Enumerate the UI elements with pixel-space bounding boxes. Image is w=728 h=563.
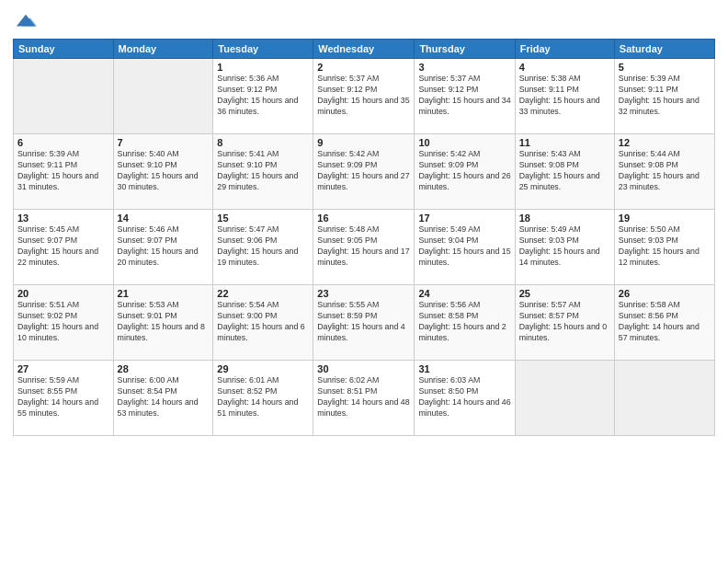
- day-number: 16: [317, 213, 410, 224]
- day-detail: Sunrise: 5:39 AMSunset: 9:11 PMDaylight:…: [619, 74, 711, 118]
- weekday-header: Thursday: [415, 40, 515, 59]
- calendar-day-cell: 11Sunrise: 5:43 AMSunset: 9:08 PMDayligh…: [515, 134, 614, 210]
- day-number: 20: [17, 288, 109, 299]
- calendar-day-cell: 31Sunrise: 6:03 AMSunset: 8:50 PMDayligh…: [415, 361, 515, 436]
- day-detail: Sunrise: 6:03 AMSunset: 8:50 PMDaylight:…: [418, 375, 510, 419]
- weekday-header: Wednesday: [313, 40, 415, 59]
- calendar-day-cell: 7Sunrise: 5:40 AMSunset: 9:10 PMDaylight…: [113, 134, 213, 210]
- day-detail: Sunrise: 5:37 AMSunset: 9:12 PMDaylight:…: [317, 74, 410, 118]
- day-detail: Sunrise: 5:57 AMSunset: 8:57 PMDaylight:…: [519, 300, 610, 344]
- calendar-day-cell: 13Sunrise: 5:45 AMSunset: 9:07 PMDayligh…: [14, 210, 114, 285]
- weekday-header: Friday: [515, 40, 614, 59]
- day-number: 6: [17, 137, 109, 148]
- day-number: 30: [317, 363, 410, 374]
- day-detail: Sunrise: 5:49 AMSunset: 9:04 PMDaylight:…: [418, 224, 510, 269]
- day-number: 17: [418, 213, 510, 224]
- calendar-day-cell: [14, 59, 114, 134]
- calendar-table: SundayMondayTuesdayWednesdayThursdayFrid…: [13, 39, 715, 436]
- day-number: 14: [118, 213, 210, 224]
- day-detail: Sunrise: 5:45 AMSunset: 9:07 PMDaylight:…: [17, 224, 109, 269]
- day-detail: Sunrise: 5:37 AMSunset: 9:12 PMDaylight:…: [418, 74, 510, 118]
- calendar-day-cell: 24Sunrise: 5:56 AMSunset: 8:58 PMDayligh…: [415, 285, 515, 361]
- day-number: 10: [418, 137, 510, 148]
- day-detail: Sunrise: 5:51 AMSunset: 9:02 PMDaylight:…: [17, 300, 109, 344]
- day-number: 21: [118, 288, 210, 299]
- day-detail: Sunrise: 5:59 AMSunset: 8:55 PMDaylight:…: [17, 375, 109, 419]
- day-number: 8: [217, 137, 309, 148]
- day-number: 4: [519, 62, 610, 73]
- calendar-week-row: 27Sunrise: 5:59 AMSunset: 8:55 PMDayligh…: [14, 361, 715, 436]
- calendar-day-cell: 3Sunrise: 5:37 AMSunset: 9:12 PMDaylight…: [415, 59, 515, 134]
- calendar-day-cell: 8Sunrise: 5:41 AMSunset: 9:10 PMDaylight…: [213, 134, 313, 210]
- calendar-week-row: 1Sunrise: 5:36 AMSunset: 9:12 PMDaylight…: [14, 59, 715, 134]
- day-detail: Sunrise: 5:46 AMSunset: 9:07 PMDaylight:…: [118, 224, 210, 269]
- day-number: 22: [217, 288, 309, 299]
- day-number: 29: [217, 363, 309, 374]
- calendar-day-cell: 2Sunrise: 5:37 AMSunset: 9:12 PMDaylight…: [313, 59, 415, 134]
- day-number: 11: [519, 137, 610, 148]
- day-number: 5: [619, 62, 711, 73]
- calendar-day-cell: 16Sunrise: 5:48 AMSunset: 9:05 PMDayligh…: [313, 210, 415, 285]
- calendar-day-cell: 15Sunrise: 5:47 AMSunset: 9:06 PMDayligh…: [213, 210, 313, 285]
- calendar-day-cell: 20Sunrise: 5:51 AMSunset: 9:02 PMDayligh…: [14, 285, 114, 361]
- day-detail: Sunrise: 5:49 AMSunset: 9:03 PMDaylight:…: [519, 224, 610, 269]
- day-number: 2: [317, 62, 410, 73]
- day-detail: Sunrise: 5:50 AMSunset: 9:03 PMDaylight:…: [619, 224, 711, 269]
- calendar-day-cell: [113, 59, 213, 134]
- calendar-day-cell: 9Sunrise: 5:42 AMSunset: 9:09 PMDaylight…: [313, 134, 415, 210]
- day-detail: Sunrise: 5:58 AMSunset: 8:56 PMDaylight:…: [619, 300, 711, 344]
- day-number: 13: [17, 213, 109, 224]
- weekday-header: Tuesday: [213, 40, 313, 59]
- day-detail: Sunrise: 5:42 AMSunset: 9:09 PMDaylight:…: [317, 149, 410, 193]
- calendar-day-cell: 4Sunrise: 5:38 AMSunset: 9:11 PMDaylight…: [515, 59, 614, 134]
- calendar-day-cell: 1Sunrise: 5:36 AMSunset: 9:12 PMDaylight…: [213, 59, 313, 134]
- day-number: 3: [418, 62, 510, 73]
- calendar-day-cell: 21Sunrise: 5:53 AMSunset: 9:01 PMDayligh…: [113, 285, 213, 361]
- day-number: 23: [317, 288, 410, 299]
- calendar-day-cell: [614, 361, 714, 436]
- weekday-header: Sunday: [14, 40, 114, 59]
- day-detail: Sunrise: 5:54 AMSunset: 9:00 PMDaylight:…: [217, 300, 309, 344]
- calendar-day-cell: 12Sunrise: 5:44 AMSunset: 9:08 PMDayligh…: [614, 134, 714, 210]
- day-detail: Sunrise: 6:02 AMSunset: 8:51 PMDaylight:…: [317, 375, 410, 419]
- calendar-day-cell: 14Sunrise: 5:46 AMSunset: 9:07 PMDayligh…: [113, 210, 213, 285]
- day-number: 12: [619, 137, 711, 148]
- calendar-week-row: 20Sunrise: 5:51 AMSunset: 9:02 PMDayligh…: [14, 285, 715, 361]
- day-detail: Sunrise: 5:36 AMSunset: 9:12 PMDaylight:…: [217, 74, 309, 118]
- day-detail: Sunrise: 5:40 AMSunset: 9:10 PMDaylight:…: [118, 149, 210, 193]
- day-number: 15: [217, 213, 309, 224]
- day-number: 25: [519, 288, 610, 299]
- calendar-day-cell: [515, 361, 614, 436]
- day-number: 7: [118, 137, 210, 148]
- day-detail: Sunrise: 6:01 AMSunset: 8:52 PMDaylight:…: [217, 375, 309, 419]
- weekday-header: Monday: [113, 40, 213, 59]
- calendar-day-cell: 22Sunrise: 5:54 AMSunset: 9:00 PMDayligh…: [213, 285, 313, 361]
- day-number: 31: [418, 363, 510, 374]
- calendar-day-cell: 5Sunrise: 5:39 AMSunset: 9:11 PMDaylight…: [614, 59, 714, 134]
- day-detail: Sunrise: 5:39 AMSunset: 9:11 PMDaylight:…: [17, 149, 109, 193]
- calendar-day-cell: 23Sunrise: 5:55 AMSunset: 8:59 PMDayligh…: [313, 285, 415, 361]
- day-detail: Sunrise: 5:47 AMSunset: 9:06 PMDaylight:…: [217, 224, 309, 269]
- calendar-day-cell: 26Sunrise: 5:58 AMSunset: 8:56 PMDayligh…: [614, 285, 714, 361]
- day-number: 24: [418, 288, 510, 299]
- calendar-day-cell: 18Sunrise: 5:49 AMSunset: 9:03 PMDayligh…: [515, 210, 614, 285]
- day-detail: Sunrise: 5:42 AMSunset: 9:09 PMDaylight:…: [418, 149, 510, 193]
- day-detail: Sunrise: 5:48 AMSunset: 9:05 PMDaylight:…: [317, 224, 410, 269]
- calendar-page: SundayMondayTuesdayWednesdayThursdayFrid…: [0, 0, 728, 563]
- calendar-header-row: SundayMondayTuesdayWednesdayThursdayFrid…: [14, 40, 715, 59]
- calendar-day-cell: 25Sunrise: 5:57 AMSunset: 8:57 PMDayligh…: [515, 285, 614, 361]
- day-number: 9: [317, 137, 410, 148]
- day-detail: Sunrise: 5:43 AMSunset: 9:08 PMDaylight:…: [519, 149, 610, 193]
- logo-icon: [13, 11, 39, 31]
- calendar-day-cell: 30Sunrise: 6:02 AMSunset: 8:51 PMDayligh…: [313, 361, 415, 436]
- day-detail: Sunrise: 5:41 AMSunset: 9:10 PMDaylight:…: [217, 149, 309, 193]
- day-number: 19: [619, 213, 711, 224]
- day-detail: Sunrise: 5:38 AMSunset: 9:11 PMDaylight:…: [519, 74, 610, 118]
- day-detail: Sunrise: 6:00 AMSunset: 8:54 PMDaylight:…: [118, 375, 210, 419]
- calendar-week-row: 6Sunrise: 5:39 AMSunset: 9:11 PMDaylight…: [14, 134, 715, 210]
- day-number: 27: [17, 363, 109, 374]
- day-number: 1: [217, 62, 309, 73]
- calendar-day-cell: 6Sunrise: 5:39 AMSunset: 9:11 PMDaylight…: [14, 134, 114, 210]
- page-header: [13, 11, 715, 31]
- calendar-day-cell: 10Sunrise: 5:42 AMSunset: 9:09 PMDayligh…: [415, 134, 515, 210]
